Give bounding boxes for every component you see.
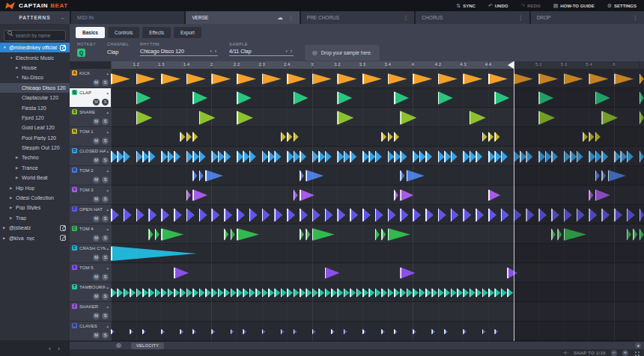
track-lane-tom-2[interactable]: [111, 166, 644, 185]
note-hit[interactable]: [337, 208, 345, 222]
note-hit[interactable]: [231, 329, 234, 334]
note-hit[interactable]: [268, 288, 274, 298]
note-hit[interactable]: [192, 150, 199, 163]
note-hit[interactable]: [494, 132, 499, 142]
note-hit[interactable]: [564, 150, 571, 163]
note-hit[interactable]: [388, 132, 393, 142]
note-hit[interactable]: [199, 288, 205, 298]
note-hit[interactable]: [507, 267, 517, 279]
note-hit[interactable]: [337, 150, 344, 163]
track-lane-kick[interactable]: [111, 69, 644, 88]
note-hit[interactable]: [249, 150, 256, 163]
mute-button[interactable]: M: [93, 196, 100, 203]
track-header-closed-hat[interactable]: DCLOSED HAT▴MS: [70, 147, 111, 166]
note-hit[interactable]: [438, 150, 445, 163]
note-hit[interactable]: [211, 288, 217, 298]
note-hit[interactable]: [300, 170, 304, 182]
note-hit[interactable]: [294, 329, 297, 334]
note-hit[interactable]: [608, 170, 626, 182]
note-hit[interactable]: [601, 150, 608, 163]
note-hit[interactable]: [325, 150, 332, 163]
note-hit[interactable]: [595, 189, 610, 201]
note-hit[interactable]: [538, 73, 558, 85]
note-hit[interactable]: [476, 208, 484, 222]
solo-button[interactable]: S: [102, 99, 109, 105]
collapse-track-icon[interactable]: ▴: [106, 149, 109, 153]
note-hit[interactable]: [595, 91, 610, 105]
note-hit[interactable]: [180, 288, 186, 298]
mute-button[interactable]: M: [93, 332, 100, 339]
note-hit[interactable]: [312, 288, 318, 298]
note-hit[interactable]: [400, 288, 406, 298]
solo-button[interactable]: S: [102, 157, 109, 164]
note-hit[interactable]: [501, 150, 508, 163]
collapse-track-icon[interactable]: ▴: [106, 71, 109, 76]
note-hit[interactable]: [494, 288, 500, 298]
note-hit[interactable]: [211, 208, 219, 222]
sidebar-item-house[interactable]: ▶House: [0, 63, 70, 73]
note-hit[interactable]: [375, 288, 381, 298]
note-hit[interactable]: [476, 150, 482, 163]
note-hit[interactable]: [381, 132, 386, 142]
sync-button[interactable]: ⇅SYNC: [456, 3, 476, 9]
note-hit[interactable]: [520, 150, 526, 163]
note-hit[interactable]: [294, 91, 309, 105]
sidebar-item-hip-hop[interactable]: ▶Hip Hop: [0, 182, 70, 192]
note-hit[interactable]: [161, 329, 165, 334]
solo-button[interactable]: S: [102, 118, 109, 125]
note-hit[interactable]: [640, 228, 644, 241]
note-hit[interactable]: [294, 150, 300, 163]
note-hit[interactable]: [199, 170, 204, 182]
note-hit[interactable]: [444, 150, 451, 163]
note-hit[interactable]: [388, 150, 395, 163]
note-hit[interactable]: [306, 170, 323, 182]
note-hit[interactable]: [488, 73, 508, 85]
note-hit[interactable]: [419, 150, 426, 163]
note-hit[interactable]: [514, 208, 522, 222]
sidebar-item-nu-disco[interactable]: ▼Nu-Disco: [0, 73, 70, 82]
sidebar-item--mixedinkey-official[interactable]: ▼@mixedinkey official: [0, 43, 70, 52]
mute-button[interactable]: M: [93, 215, 100, 222]
note-hit[interactable]: [318, 150, 325, 163]
note-hit[interactable]: [470, 111, 486, 125]
note-hit[interactable]: [136, 208, 145, 222]
solo-button[interactable]: S: [102, 274, 109, 280]
note-hit[interactable]: [168, 150, 174, 163]
note-hit[interactable]: [199, 111, 216, 125]
note-hit[interactable]: [337, 73, 356, 85]
note-hit[interactable]: [300, 189, 315, 201]
note-hit[interactable]: [111, 150, 118, 163]
note-hit[interactable]: [368, 150, 375, 163]
note-hit[interactable]: [186, 208, 195, 222]
note-hit[interactable]: [218, 150, 225, 163]
track-lane-tom-4[interactable]: [111, 224, 644, 244]
collapse-track-icon[interactable]: ▴: [106, 110, 109, 114]
tab-export[interactable]: Export: [174, 27, 201, 38]
note-hit[interactable]: [192, 132, 198, 142]
note-hit[interactable]: [136, 91, 151, 105]
note-hit[interactable]: [325, 288, 331, 298]
sample-drop-zone[interactable]: ◎ Drop your sample here.: [305, 45, 379, 61]
note-hit[interactable]: [186, 150, 193, 163]
note-hit[interactable]: [111, 208, 119, 222]
note-hit[interactable]: [400, 189, 413, 201]
note-hit[interactable]: [243, 288, 249, 298]
mute-button[interactable]: M: [93, 118, 100, 125]
note-hit[interactable]: [300, 150, 306, 163]
solo-button[interactable]: S: [102, 196, 109, 203]
note-hit[interactable]: [388, 208, 396, 222]
collapse-track-icon[interactable]: ▴: [106, 324, 109, 328]
note-hit[interactable]: [589, 132, 594, 142]
note-hit[interactable]: [388, 228, 410, 241]
note-hit[interactable]: [155, 228, 160, 241]
note-hit[interactable]: [130, 288, 136, 298]
note-hit[interactable]: [627, 150, 634, 163]
note-hit[interactable]: [237, 91, 252, 105]
note-hit[interactable]: [268, 150, 275, 163]
note-hit[interactable]: [614, 73, 634, 85]
note-hit[interactable]: [507, 288, 513, 298]
track-lane-tom-5[interactable]: [111, 263, 644, 283]
note-hit[interactable]: [142, 329, 146, 334]
note-hit[interactable]: [501, 208, 509, 222]
note-hit[interactable]: [444, 288, 450, 298]
